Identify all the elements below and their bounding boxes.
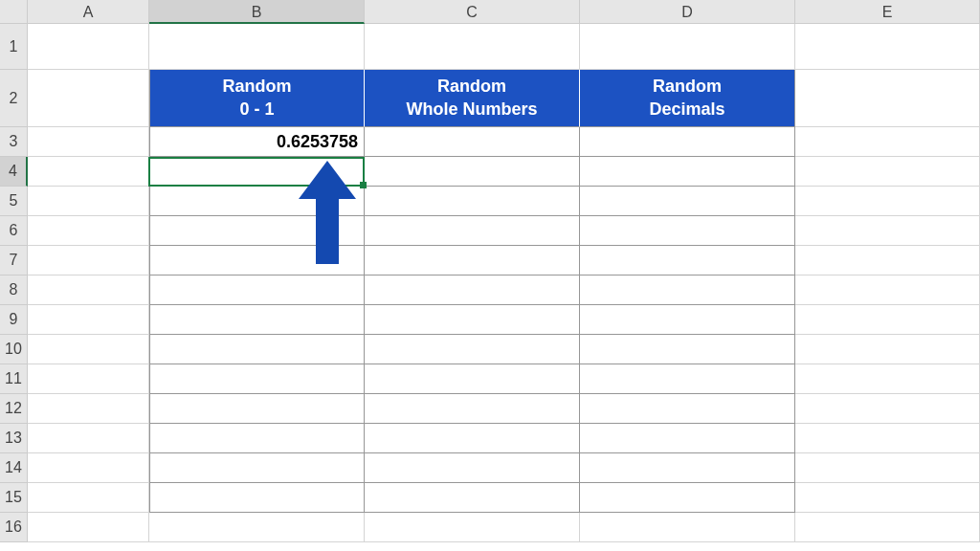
cell-e11[interactable] bbox=[795, 364, 980, 394]
row-head-15[interactable]: 15 bbox=[0, 483, 28, 513]
cell-b15[interactable] bbox=[149, 483, 365, 513]
row-head-7[interactable]: 7 bbox=[0, 246, 28, 276]
cell-e15[interactable] bbox=[795, 483, 980, 513]
cell-d4[interactable] bbox=[580, 157, 795, 187]
row-head-11[interactable]: 11 bbox=[0, 364, 28, 394]
cell-d13[interactable] bbox=[580, 424, 795, 453]
cell-b5[interactable] bbox=[149, 187, 365, 216]
cell-a15[interactable] bbox=[28, 483, 149, 513]
cell-e16[interactable] bbox=[795, 513, 980, 542]
cell-d5[interactable] bbox=[580, 187, 795, 216]
cell-a10[interactable] bbox=[28, 335, 149, 364]
row-head-13[interactable]: 13 bbox=[0, 424, 28, 453]
cell-b14[interactable] bbox=[149, 453, 365, 483]
cell-e10[interactable] bbox=[795, 335, 980, 364]
cell-e1[interactable] bbox=[795, 24, 980, 70]
row-head-6[interactable]: 6 bbox=[0, 216, 28, 246]
cell-b8[interactable] bbox=[149, 276, 365, 305]
cell-b1[interactable] bbox=[149, 24, 365, 70]
cell-d3[interactable] bbox=[580, 127, 795, 157]
col-head-b[interactable]: B bbox=[149, 0, 365, 24]
cell-a9[interactable] bbox=[28, 305, 149, 335]
cell-c7[interactable] bbox=[365, 246, 580, 276]
cell-d10[interactable] bbox=[580, 335, 795, 364]
cell-a14[interactable] bbox=[28, 453, 149, 483]
cell-e6[interactable] bbox=[795, 216, 980, 246]
row-head-5[interactable]: 5 bbox=[0, 187, 28, 216]
row-head-9[interactable]: 9 bbox=[0, 305, 28, 335]
cell-d6[interactable] bbox=[580, 216, 795, 246]
cell-c15[interactable] bbox=[365, 483, 580, 513]
cell-e7[interactable] bbox=[795, 246, 980, 276]
cell-a11[interactable] bbox=[28, 364, 149, 394]
cell-d12[interactable] bbox=[580, 394, 795, 424]
cell-d14[interactable] bbox=[580, 453, 795, 483]
cell-d1[interactable] bbox=[580, 24, 795, 70]
cell-a16[interactable] bbox=[28, 513, 149, 542]
cell-c5[interactable] bbox=[365, 187, 580, 216]
cell-e9[interactable] bbox=[795, 305, 980, 335]
header-random-01[interactable]: Random 0 - 1 bbox=[149, 70, 365, 127]
row-head-12[interactable]: 12 bbox=[0, 394, 28, 424]
cell-d7[interactable] bbox=[580, 246, 795, 276]
cell-c1[interactable] bbox=[365, 24, 580, 70]
cell-b11[interactable] bbox=[149, 364, 365, 394]
cell-b16[interactable] bbox=[149, 513, 365, 542]
cell-c8[interactable] bbox=[365, 276, 580, 305]
cell-d15[interactable] bbox=[580, 483, 795, 513]
cell-a2[interactable] bbox=[28, 70, 149, 127]
cell-b7[interactable] bbox=[149, 246, 365, 276]
cell-a3[interactable] bbox=[28, 127, 149, 157]
cell-b6[interactable] bbox=[149, 216, 365, 246]
header-random-whole[interactable]: Random Whole Numbers bbox=[365, 70, 580, 127]
cell-d9[interactable] bbox=[580, 305, 795, 335]
cell-a6[interactable] bbox=[28, 216, 149, 246]
cell-b3[interactable]: 0.6253758 bbox=[149, 127, 365, 157]
cell-e5[interactable] bbox=[795, 187, 980, 216]
cell-c13[interactable] bbox=[365, 424, 580, 453]
row-head-1[interactable]: 1 bbox=[0, 24, 28, 70]
cell-c6[interactable] bbox=[365, 216, 580, 246]
cell-c12[interactable] bbox=[365, 394, 580, 424]
cell-a1[interactable] bbox=[28, 24, 149, 70]
cell-e14[interactable] bbox=[795, 453, 980, 483]
select-all-corner[interactable] bbox=[0, 0, 28, 24]
row-head-8[interactable]: 8 bbox=[0, 276, 28, 305]
cell-c11[interactable] bbox=[365, 364, 580, 394]
row-head-16[interactable]: 16 bbox=[0, 513, 28, 542]
cell-a12[interactable] bbox=[28, 394, 149, 424]
cell-e2[interactable] bbox=[795, 70, 980, 127]
cell-c14[interactable] bbox=[365, 453, 580, 483]
row-head-14[interactable]: 14 bbox=[0, 453, 28, 483]
cell-d16[interactable] bbox=[580, 513, 795, 542]
cell-e13[interactable] bbox=[795, 424, 980, 453]
cell-c3[interactable] bbox=[365, 127, 580, 157]
header-random-decimals[interactable]: Random Decimals bbox=[580, 70, 795, 127]
cell-c10[interactable] bbox=[365, 335, 580, 364]
cell-e3[interactable] bbox=[795, 127, 980, 157]
col-head-e[interactable]: E bbox=[795, 0, 980, 24]
cell-b9[interactable] bbox=[149, 305, 365, 335]
cell-a4[interactable] bbox=[28, 157, 149, 187]
cell-b12[interactable] bbox=[149, 394, 365, 424]
cell-a13[interactable] bbox=[28, 424, 149, 453]
cell-b13[interactable] bbox=[149, 424, 365, 453]
cell-e8[interactable] bbox=[795, 276, 980, 305]
cell-c9[interactable] bbox=[365, 305, 580, 335]
cell-e4[interactable] bbox=[795, 157, 980, 187]
row-head-4[interactable]: 4 bbox=[0, 157, 28, 187]
col-head-a[interactable]: A bbox=[28, 0, 149, 24]
cell-d11[interactable] bbox=[580, 364, 795, 394]
row-head-10[interactable]: 10 bbox=[0, 335, 28, 364]
col-head-c[interactable]: C bbox=[365, 0, 580, 24]
row-head-3[interactable]: 3 bbox=[0, 127, 28, 157]
cell-a5[interactable] bbox=[28, 187, 149, 216]
row-head-2[interactable]: 2 bbox=[0, 70, 28, 127]
cell-a7[interactable] bbox=[28, 246, 149, 276]
cell-b4[interactable] bbox=[149, 157, 365, 187]
cell-c16[interactable] bbox=[365, 513, 580, 542]
col-head-d[interactable]: D bbox=[580, 0, 795, 24]
cell-c4[interactable] bbox=[365, 157, 580, 187]
cell-e12[interactable] bbox=[795, 394, 980, 424]
cell-b10[interactable] bbox=[149, 335, 365, 364]
